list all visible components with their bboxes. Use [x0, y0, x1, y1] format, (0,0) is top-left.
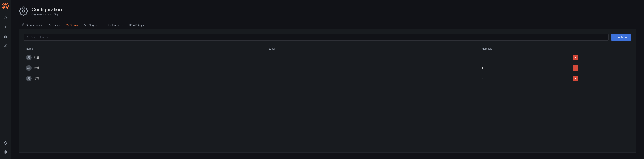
tab-data-sources[interactable]: Data sources	[19, 21, 45, 29]
team-members-cell-0: 4	[479, 52, 570, 63]
search-icon	[26, 36, 28, 39]
team-action-cell-0	[570, 52, 631, 63]
col-header-action	[570, 45, 631, 52]
svg-line-9	[6, 19, 6, 19]
svg-point-22	[66, 24, 68, 25]
tab-users-label: Users	[52, 24, 60, 27]
svg-point-40	[28, 77, 29, 78]
delete-team-button-2[interactable]	[573, 76, 578, 81]
svg-point-21	[50, 24, 50, 25]
svg-rect-15	[4, 37, 5, 38]
team-avatar-0	[26, 55, 32, 60]
tab-api-keys[interactable]: API keys	[126, 21, 147, 29]
team-email-cell-2	[267, 73, 479, 84]
team-action-cell-2	[570, 73, 631, 84]
svg-rect-13	[6, 35, 7, 36]
tab-teams[interactable]: Teams	[63, 21, 81, 29]
svg-point-32	[26, 36, 28, 38]
svg-point-34	[28, 56, 29, 57]
sliders-icon	[104, 23, 106, 27]
alerts-nav-icon[interactable]	[2, 139, 9, 147]
team-members-cell-1: 1	[479, 63, 570, 73]
page-header: Configuration Organization: Main Org.	[19, 6, 636, 16]
team-name-cell-1[interactable]: 运维	[24, 63, 267, 73]
search-nav-icon[interactable]	[2, 14, 9, 22]
svg-point-3	[7, 7, 8, 8]
team-name-0: 研发	[34, 56, 39, 59]
team-email-cell-1	[267, 63, 479, 73]
svg-line-33	[28, 38, 28, 38]
team-avatar-1	[26, 65, 32, 71]
explore-nav-icon[interactable]	[2, 41, 9, 49]
team-name-cell-2[interactable]: 运营	[24, 73, 267, 84]
team-email-cell-0	[267, 52, 479, 63]
tabs-nav: Data sources Users Teams	[19, 21, 636, 29]
team-name-cell-0[interactable]: 研发	[24, 52, 267, 63]
delete-team-button-0[interactable]	[573, 55, 578, 60]
configuration-icon	[19, 6, 28, 16]
team-name-1: 运维	[34, 66, 39, 70]
col-header-email: Email	[267, 45, 479, 52]
svg-point-4	[3, 7, 4, 8]
team-avatar-2	[26, 76, 32, 81]
svg-point-16	[4, 44, 7, 47]
col-header-members: Members	[479, 45, 570, 52]
dashboards-nav-icon[interactable]	[2, 32, 9, 40]
content-panel: New Team Name Email Members	[19, 29, 636, 153]
tab-teams-label: Teams	[70, 24, 78, 27]
table-row: 研发 4	[24, 52, 631, 63]
tab-preferences-label: Preferences	[108, 24, 122, 27]
tab-plugins[interactable]: Plugins	[81, 21, 100, 29]
svg-point-18	[5, 152, 6, 153]
plugin-icon	[84, 23, 87, 27]
page-header-text: Configuration Organization: Main Org.	[32, 7, 62, 16]
team-action-cell-1	[570, 63, 631, 73]
svg-marker-17	[5, 45, 6, 46]
team-name-2: 运营	[34, 77, 39, 80]
tab-plugins-label: Plugins	[88, 24, 98, 27]
settings-nav-icon[interactable]	[2, 148, 9, 156]
app-logo[interactable]	[2, 2, 9, 10]
delete-team-button-1[interactable]	[573, 65, 578, 71]
table-header-row: Name Email Members	[24, 45, 631, 52]
svg-point-37	[28, 67, 29, 68]
page-subtitle: Organization: Main Org.	[32, 13, 62, 16]
search-row: New Team	[24, 34, 631, 41]
sidebar	[0, 0, 11, 159]
add-nav-icon[interactable]	[2, 23, 9, 31]
search-wrapper	[24, 34, 609, 41]
tab-api-keys-label: API keys	[133, 24, 144, 27]
user-icon	[48, 23, 51, 27]
table-row: 运维 1	[24, 63, 631, 73]
teams-icon	[66, 23, 69, 27]
svg-rect-12	[4, 35, 5, 36]
svg-point-19	[22, 10, 25, 12]
svg-rect-14	[6, 37, 7, 38]
tab-users[interactable]: Users	[45, 21, 63, 29]
main-content: Configuration Organization: Main Org. Da…	[11, 0, 644, 159]
database-icon	[22, 23, 25, 27]
key-icon	[129, 23, 132, 27]
tab-preferences[interactable]: Preferences	[100, 21, 126, 29]
page-title: Configuration	[32, 7, 62, 13]
svg-point-8	[4, 17, 6, 19]
search-input[interactable]	[24, 34, 609, 41]
col-header-name: Name	[24, 45, 267, 52]
table-row: 运营 2	[24, 73, 631, 84]
svg-point-20	[22, 24, 24, 24]
new-team-button[interactable]: New Team	[611, 34, 631, 41]
team-members-cell-2: 2	[479, 73, 570, 84]
tab-data-sources-label: Data sources	[26, 24, 42, 27]
svg-point-2	[5, 3, 6, 4]
teams-table: Name Email Members	[24, 45, 631, 84]
